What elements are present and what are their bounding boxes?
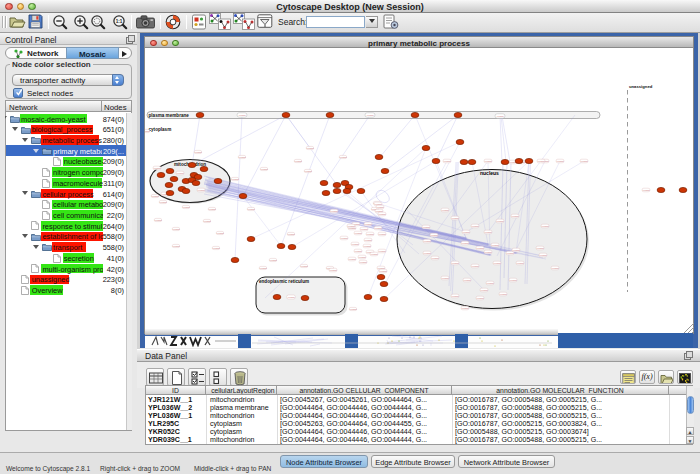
svg-text:Yxx00c: Yxx00c (423, 240, 431, 242)
svg-text:Yxx00c: Yxx00c (451, 295, 459, 297)
svg-text:Yxx00c: Yxx00c (379, 270, 387, 272)
svg-text:Yxx00c: Yxx00c (208, 208, 216, 210)
svg-text:Yxx00c: Yxx00c (471, 225, 479, 227)
svg-text:Yxx00c: Yxx00c (556, 160, 564, 162)
svg-text:Yxx00c: Yxx00c (216, 232, 224, 234)
svg-text:Yxx00c: Yxx00c (182, 206, 190, 208)
svg-text:Yxx00c: Yxx00c (349, 308, 357, 310)
svg-text:Yxx00c: Yxx00c (516, 262, 524, 264)
svg-text:Yxx00c: Yxx00c (443, 160, 451, 162)
svg-text:Yxx00c: Yxx00c (354, 232, 362, 234)
svg-text:Yxx00c: Yxx00c (238, 156, 246, 158)
svg-text:Yxx00c: Yxx00c (348, 258, 356, 260)
svg-text:Yxx00c: Yxx00c (287, 233, 295, 235)
svg-text:Yxx00c: Yxx00c (151, 195, 159, 197)
svg-text:Yxx00c: Yxx00c (203, 220, 211, 222)
svg-text:Yxx00c: Yxx00c (340, 237, 348, 239)
svg-text:Yxx00c: Yxx00c (375, 210, 383, 212)
svg-text:Yxx00c: Yxx00c (378, 233, 386, 235)
svg-text:Yxx00c: Yxx00c (329, 269, 337, 271)
svg-text:Yxx00c: Yxx00c (306, 147, 314, 149)
svg-text:Yxx00c: Yxx00c (541, 225, 549, 227)
svg-text:Yxx00c: Yxx00c (374, 227, 382, 229)
svg-text:Yxx00c: Yxx00c (172, 228, 180, 230)
svg-text:Yxx00c: Yxx00c (422, 226, 430, 228)
svg-text:Yxx00c: Yxx00c (441, 209, 449, 211)
svg-text:Yxx00c: Yxx00c (294, 160, 302, 162)
svg-text:Yxx00c: Yxx00c (484, 160, 492, 162)
svg-text:Yxx00c: Yxx00c (461, 242, 469, 244)
svg-text:Yxx00c: Yxx00c (363, 245, 371, 247)
svg-text:Yxx00c: Yxx00c (247, 208, 255, 210)
svg-text:Yxx00c: Yxx00c (238, 114, 246, 116)
svg-text:Yxx00c: Yxx00c (642, 189, 650, 191)
svg-text:plasma membrane: plasma membrane (149, 113, 190, 118)
svg-text:Yxx00c: Yxx00c (359, 261, 367, 263)
svg-text:Yxx00c: Yxx00c (484, 251, 492, 253)
svg-text:Yxx00c: Yxx00c (463, 279, 471, 281)
svg-text:Yxx00c: Yxx00c (512, 249, 520, 251)
svg-text:Yxx00c: Yxx00c (304, 170, 312, 172)
svg-text:1:1: 1:1 (116, 19, 123, 24)
svg-text:Yxx00c: Yxx00c (370, 253, 378, 255)
svg-text:Yxx00c: Yxx00c (378, 213, 386, 215)
svg-text:Yxx00c: Yxx00c (212, 247, 220, 249)
svg-text:Yxx00c: Yxx00c (194, 151, 202, 153)
svg-text:Yxx00c: Yxx00c (423, 252, 431, 254)
svg-text:Yxx00c: Yxx00c (539, 254, 547, 256)
svg-text:Yxx00c: Yxx00c (197, 189, 205, 191)
svg-text:Yxx00c: Yxx00c (374, 203, 382, 205)
svg-text:Yxx00c: Yxx00c (366, 233, 374, 235)
svg-text:Yxx00c: Yxx00c (287, 296, 295, 298)
svg-text:Yxx00c: Yxx00c (260, 168, 268, 170)
svg-text:Yxx00c: Yxx00c (493, 262, 501, 264)
svg-text:Yxx00c: Yxx00c (259, 267, 267, 269)
svg-text:Yxx00c: Yxx00c (480, 289, 488, 291)
svg-text:Yxx00c: Yxx00c (358, 256, 366, 258)
svg-text:Yxx00c: Yxx00c (476, 297, 484, 299)
svg-text:Yxx00c: Yxx00c (360, 228, 368, 230)
svg-text:Yxx00c: Yxx00c (351, 243, 359, 245)
svg-text:Yxx00c: Yxx00c (536, 247, 544, 249)
svg-text:Yxx00c: Yxx00c (491, 244, 499, 246)
svg-text:Yxx00c: Yxx00c (451, 217, 459, 219)
svg-text:Yxx00c: Yxx00c (378, 250, 386, 252)
svg-text:Yxx00c: Yxx00c (159, 201, 167, 203)
svg-text:endoplasmic reticulum: endoplasmic reticulum (259, 279, 309, 284)
svg-text:Yxx00c: Yxx00c (153, 167, 161, 169)
svg-text:Yxx00c: Yxx00c (176, 172, 184, 174)
svg-text:Yxx00c: Yxx00c (511, 215, 519, 217)
svg-text:Yxx00c: Yxx00c (364, 239, 372, 241)
svg-text:unassigned: unassigned (629, 84, 653, 89)
svg-text:Yxx00c: Yxx00c (451, 262, 459, 264)
svg-text:Yxx00c: Yxx00c (269, 259, 277, 261)
svg-text:nucleus: nucleus (480, 170, 499, 176)
svg-text:cytoplasm: cytoplasm (149, 127, 172, 132)
svg-text:Yxx00c: Yxx00c (339, 156, 347, 158)
svg-text:Yxx00c: Yxx00c (551, 267, 559, 269)
svg-text:Yxx00c: Yxx00c (377, 267, 385, 269)
svg-text:Yxx00c: Yxx00c (496, 115, 504, 117)
svg-text:Yxx00c: Yxx00c (231, 178, 239, 180)
svg-text:Yxx00c: Yxx00c (431, 257, 439, 259)
svg-text:Yxx00c: Yxx00c (376, 206, 384, 208)
svg-text:Yxx00c: Yxx00c (461, 307, 469, 309)
svg-text:Yxx00c: Yxx00c (486, 282, 494, 284)
svg-text:Yxx00c: Yxx00c (154, 219, 162, 221)
svg-text:Yxx00c: Yxx00c (496, 220, 504, 222)
svg-text:Yxx00c: Yxx00c (509, 279, 517, 281)
svg-text:Yxx00c: Yxx00c (172, 245, 180, 247)
svg-text:Yxx00c: Yxx00c (347, 225, 355, 227)
svg-text:Yxx00c: Yxx00c (484, 231, 492, 233)
svg-text:Yxx00c: Yxx00c (499, 293, 507, 295)
svg-text:Yxx00c: Yxx00c (462, 231, 470, 233)
svg-text:Yxx00c: Yxx00c (330, 210, 338, 212)
svg-text:Yxx00c: Yxx00c (430, 234, 438, 236)
svg-text:Yxx00c: Yxx00c (366, 114, 374, 116)
svg-text:Yxx00c: Yxx00c (441, 277, 449, 279)
svg-text:Yxx00c: Yxx00c (476, 247, 484, 249)
svg-text:Yxx00c: Yxx00c (354, 250, 362, 252)
svg-text:Yxx00c: Yxx00c (580, 160, 588, 162)
svg-text:Yxx00c: Yxx00c (506, 252, 514, 254)
svg-text:Yxx00c: Yxx00c (537, 160, 545, 162)
